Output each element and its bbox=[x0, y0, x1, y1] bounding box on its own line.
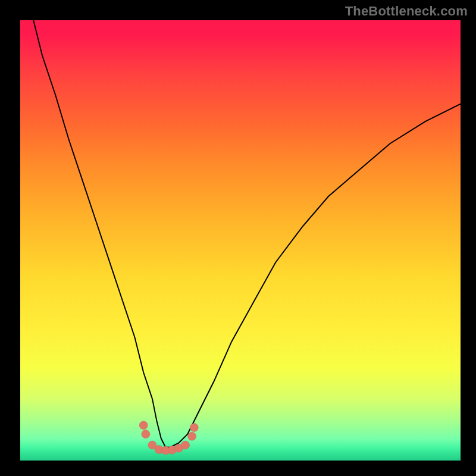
bottleneck-curve bbox=[33, 20, 461, 447]
valley-marker bbox=[188, 432, 196, 440]
chart-svg bbox=[20, 20, 461, 461]
valley-marker bbox=[139, 421, 148, 430]
valley-marker bbox=[190, 424, 198, 432]
valley-marker bbox=[181, 441, 190, 449]
chart-frame: TheBottleneck.com bbox=[0, 0, 476, 476]
valley-marker bbox=[142, 430, 150, 439]
watermark-text: TheBottleneck.com bbox=[345, 4, 468, 19]
chart-plot-area bbox=[20, 20, 461, 461]
valley-markers-group bbox=[139, 421, 198, 455]
